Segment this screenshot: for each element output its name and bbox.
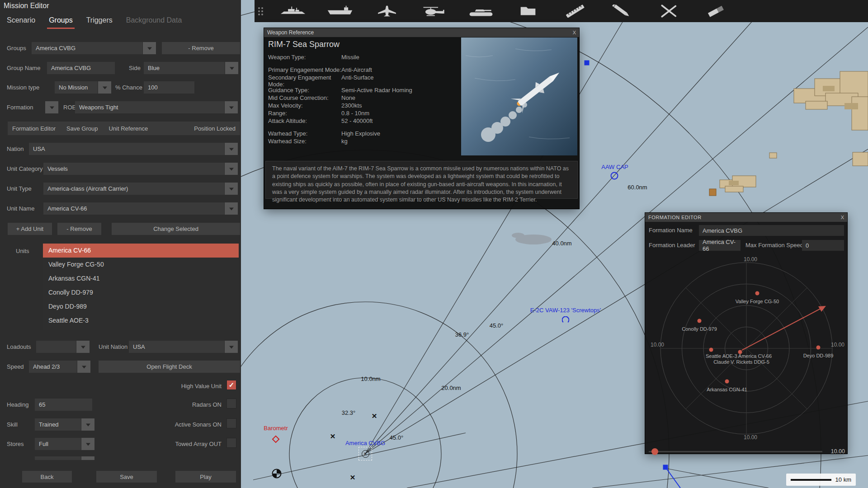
skill-dropdown-arrow[interactable] [81,418,94,431]
unit-nation-select[interactable]: USA [129,341,224,353]
formation-unit-dot[interactable] [698,319,702,323]
roe-select[interactable]: Weapons Tight [75,101,224,113]
nation-dropdown-arrow[interactable] [225,143,238,155]
spec-label: Guidance Type: [268,87,341,94]
speed-select[interactable]: Ahead 2/3 [29,361,77,373]
formation-dropdown-arrow[interactable] [45,101,58,113]
unit-type-label: Unit Type [7,185,32,192]
unit-nation-dropdown-arrow[interactable] [225,341,238,353]
tab-scenario[interactable]: Scenario [7,16,35,29]
remove-group-button[interactable]: - Remove [162,42,240,54]
position-locked-toggle[interactable]: Position Locked [194,125,236,132]
unit-name-select[interactable]: America CV-66 [43,202,224,215]
unit-reference-button[interactable]: Unit Reference [108,125,148,132]
weapon-photo [461,38,577,155]
add-unit-button[interactable]: + Add Unit [8,223,52,235]
x-marker-icon[interactable]: ✕ [372,413,377,419]
arc-symbol[interactable] [562,316,570,324]
nation-select[interactable]: USA [29,143,224,155]
unit-category-dropdown-arrow[interactable] [225,163,238,175]
loadouts-dropdown-arrow[interactable] [76,341,90,353]
stores-label: Stores [7,441,24,447]
weapon-reference-titlebar[interactable]: Weapon Reference X [264,28,579,37]
chance-input[interactable]: 100 [144,81,194,94]
tools-icon[interactable] [646,0,693,22]
speed-dropdown-arrow[interactable] [77,361,90,373]
aircraft-icon[interactable] [363,0,410,22]
weapon-reference-window: Weapon Reference X RIM-7 Sea Sparrow Wea… [264,28,579,209]
selected-unit-symbol[interactable]: ✕ [359,447,372,460]
high-value-unit-checkbox[interactable] [226,380,236,390]
x-marker-icon[interactable]: ✕ [330,433,336,440]
formation-unit-dot[interactable] [816,346,821,350]
roe-dropdown-arrow[interactable] [225,101,238,113]
formation-unit-dot[interactable] [755,291,760,296]
square-symbol[interactable] [585,61,590,66]
groups-select[interactable]: America CVBG [32,42,142,54]
group-name-input[interactable]: America CVBG [47,62,115,74]
tab-triggers[interactable]: Triggers [86,16,113,29]
active-sonars-checkbox[interactable] [226,418,236,428]
mission-type-dropdown-arrow[interactable] [98,81,111,94]
close-icon[interactable]: X [573,30,576,35]
skill-select[interactable]: Trained [35,418,81,431]
group-tools-bar: Formation Editor Save Group Unit Referen… [8,122,240,135]
formation-unit-dot[interactable] [709,348,713,352]
pencil-icon[interactable] [599,0,646,22]
units-list[interactable]: America CV-66Valley Forge CG-50Arkansas … [43,244,239,330]
group-name-label: Group Name [7,65,40,71]
diamond-symbol[interactable] [272,436,280,443]
unit-type-select[interactable]: America-class (Aircraft Carrier) [43,183,224,195]
play-button[interactable]: Play [175,471,236,483]
back-button[interactable]: Back [22,471,72,483]
toolbar-grip-icon[interactable] [258,7,263,15]
remove-unit-button[interactable]: - Remove [57,223,101,235]
save-group-button[interactable]: Save Group [66,125,98,132]
unit-type-dropdown-arrow[interactable] [225,183,238,195]
unit-list-item[interactable]: Seattle AOE-3 [43,314,239,328]
open-flight-deck-button[interactable]: Open Flight Deck [99,361,240,373]
loadouts-label: Loadouts [7,343,31,350]
side-select[interactable]: Blue [144,62,225,74]
unit-name-dropdown-arrow[interactable] [225,202,238,215]
unit-list-item[interactable]: America CV-66 [43,244,239,258]
formation-unit-dot[interactable] [725,380,729,384]
circle-symbol[interactable] [611,172,618,180]
heading-input[interactable]: 65 [35,399,92,411]
unit-list-item[interactable]: Deyo DD-989 [43,300,239,314]
towed-array-checkbox[interactable] [226,438,236,448]
active-sonars-label: Active Sonars ON [149,421,222,428]
helicopter-icon[interactable] [410,0,458,22]
target-symbol[interactable] [272,469,282,479]
change-selected-button[interactable]: Change Selected [112,223,240,235]
square-symbol[interactable] [663,465,668,470]
unit-list-item[interactable]: Claude V. Rickets DDG-5 [43,328,239,330]
unit-list-item[interactable]: Conolly DD-979 [43,286,239,300]
folder-icon[interactable] [505,0,552,22]
formation-editor-button[interactable]: Formation Editor [12,125,56,132]
tank-icon[interactable] [458,0,505,22]
save-button[interactable]: Save [96,471,157,483]
side-dropdown-arrow[interactable] [225,62,238,74]
carrier-icon[interactable] [316,0,363,22]
stores-select[interactable]: Full [35,438,81,450]
destroyer-icon[interactable] [269,0,316,22]
unit-category-select[interactable]: Vessels [43,163,224,175]
x-marker-icon[interactable]: ✕ [350,474,356,481]
ruler-icon[interactable] [552,0,599,22]
stores-dropdown-arrow[interactable] [81,438,94,450]
mission-type-select[interactable]: No Mission [55,81,98,94]
slider-handle[interactable] [651,448,658,455]
unit-list-item[interactable]: Arkansas CGN-41 [43,272,239,286]
tab-groups[interactable]: Groups [49,16,72,29]
tab-background-data[interactable]: Background Data [126,16,182,29]
weapon-description: The naval variant of the AIM-7 the RIM-7… [265,161,578,199]
loadouts-select[interactable] [36,341,76,353]
slider-track[interactable] [649,451,822,452]
spec-value: None [341,94,458,102]
radars-checkbox[interactable] [226,399,236,408]
groups-dropdown-arrow[interactable] [143,42,156,54]
formation-unit-label: Claude V. Rickets DDG-5 [713,359,769,365]
eraser-icon[interactable] [693,0,740,22]
unit-list-item[interactable]: Valley Forge CG-50 [43,258,239,272]
